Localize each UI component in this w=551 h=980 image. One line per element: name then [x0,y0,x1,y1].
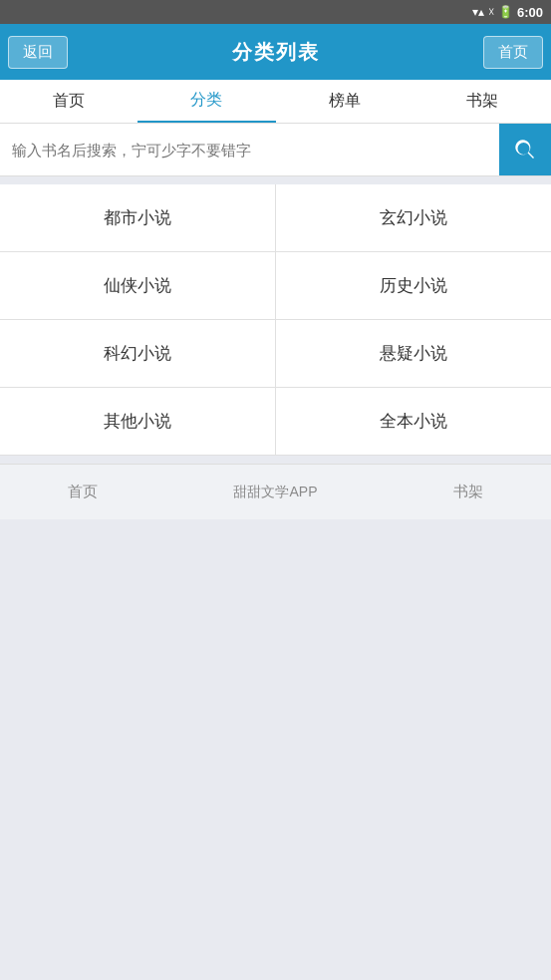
bottom-nav-home[interactable]: 首页 [68,483,98,501]
tab-bookshelf[interactable]: 书架 [413,80,551,123]
status-bar: ▾▴ ☓ 🔋 6:00 [0,0,551,24]
category-item-urban[interactable]: 都市小说 [0,184,276,252]
search-icon [513,138,537,162]
category-item-xianxia[interactable]: 仙侠小说 [0,252,276,320]
tab-ranking[interactable]: 榜单 [276,80,413,123]
bottom-nav: 首页 甜甜文学APP 书架 [0,464,551,519]
wifi-icon: ▾▴ [472,5,484,19]
category-item-scifi[interactable]: 科幻小说 [0,320,276,388]
signal-icon: ☓ [488,5,494,19]
category-item-mystery[interactable]: 悬疑小说 [276,320,552,388]
search-button[interactable] [499,124,551,175]
category-item-history[interactable]: 历史小说 [276,252,552,320]
category-item-other[interactable]: 其他小说 [0,388,276,456]
category-grid: 都市小说 玄幻小说 仙侠小说 历史小说 科幻小说 悬疑小说 其他小说 全本小说 [0,184,551,456]
battery-icon: 🔋 [498,5,513,19]
status-time: 6:00 [517,5,543,20]
bottom-nav-app[interactable]: 甜甜文学APP [233,484,317,501]
search-input[interactable] [0,128,499,172]
section-divider [0,176,551,184]
status-icons: ▾▴ ☓ 🔋 6:00 [472,5,543,20]
tab-home[interactable]: 首页 [0,80,138,123]
back-button[interactable]: 返回 [8,36,68,69]
tab-category[interactable]: 分类 [138,80,275,123]
search-bar [0,124,551,176]
category-item-complete[interactable]: 全本小说 [276,388,552,456]
page-title: 分类列表 [232,39,320,66]
category-item-fantasy[interactable]: 玄幻小说 [276,184,552,252]
bottom-nav-bookshelf[interactable]: 书架 [453,483,483,501]
header: 返回 分类列表 首页 [0,24,551,80]
home-button[interactable]: 首页 [483,36,543,69]
nav-tabs: 首页 分类 榜单 书架 [0,80,551,124]
